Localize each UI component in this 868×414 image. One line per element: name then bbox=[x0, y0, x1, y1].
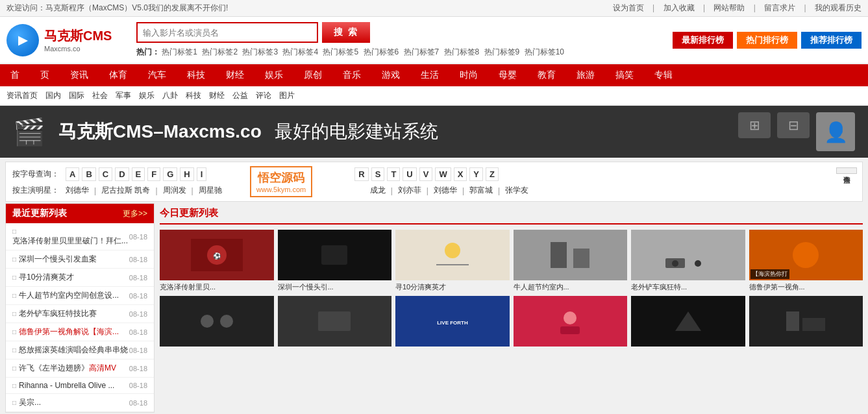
video-item-6[interactable]: 【海滨热你打 德鲁伊第一视角... bbox=[749, 230, 863, 292]
alpha-F[interactable]: F bbox=[147, 167, 160, 181]
video-item-9[interactable]: LIVE FORTH bbox=[395, 296, 510, 348]
list-item[interactable]: □吴宗... 08-18 bbox=[6, 394, 154, 412]
newest-rank-button[interactable]: 最新排行榜 bbox=[673, 32, 733, 49]
list-title[interactable]: 老外铲车疯狂特技比赛 bbox=[19, 309, 97, 318]
star-nicolas[interactable]: 尼古拉斯 凯奇 bbox=[101, 185, 150, 196]
hot-tag-10[interactable]: 热门标签10 bbox=[525, 47, 564, 56]
nav-tech[interactable]: 科技 bbox=[177, 64, 216, 86]
nav-travel[interactable]: 旅游 bbox=[566, 64, 605, 86]
nav-finance[interactable]: 财经 bbox=[216, 64, 254, 86]
hot-tag-9[interactable]: 热门标签9 bbox=[484, 47, 520, 56]
list-title[interactable]: 怒放摇滚英雄演唱会经典串串烧 bbox=[19, 345, 128, 354]
alpha-R[interactable]: R bbox=[354, 167, 368, 181]
hot-tag-7[interactable]: 热门标签7 bbox=[404, 47, 440, 56]
list-title[interactable]: 深圳一个慢头引发血案 bbox=[19, 254, 97, 263]
subnav-society[interactable]: 社会 bbox=[92, 90, 108, 101]
subnav-gossip[interactable]: 八卦 bbox=[162, 90, 178, 101]
star-zhouxingchi[interactable]: 周星驰 bbox=[199, 185, 222, 196]
nav-sports[interactable]: 体育 bbox=[99, 64, 138, 86]
hot-tag-4[interactable]: 热门标签4 bbox=[282, 47, 318, 56]
alpha-V[interactable]: V bbox=[419, 167, 433, 181]
feedback-link[interactable]: 留言求片 bbox=[764, 3, 795, 12]
alpha-S[interactable]: S bbox=[371, 167, 385, 181]
left-panel-more[interactable]: 更多>> bbox=[123, 208, 147, 219]
list-item[interactable]: □Rihanna - Umbrella Olive ... 08-18 bbox=[6, 378, 154, 394]
search-button[interactable]: 搜 索 bbox=[322, 22, 370, 43]
subnav-finance[interactable]: 财经 bbox=[209, 90, 225, 101]
video-item-12[interactable] bbox=[749, 296, 863, 348]
site-help-link[interactable]: 网站帮助 bbox=[713, 3, 745, 12]
alpha-I[interactable]: I bbox=[197, 167, 207, 181]
add-bookmark-link[interactable]: 加入收藏 bbox=[663, 3, 695, 12]
star-guofucheng[interactable]: 郭富城 bbox=[469, 185, 493, 196]
subnav-charity[interactable]: 公益 bbox=[232, 90, 248, 101]
hot-tag-3[interactable]: 热门标签3 bbox=[242, 47, 278, 56]
video-item-11[interactable] bbox=[631, 296, 745, 348]
video-item-5[interactable]: 老外铲车疯狂特... bbox=[631, 230, 745, 292]
nav-album[interactable]: 专辑 bbox=[644, 64, 683, 86]
nav-baby[interactable]: 母婴 bbox=[488, 64, 527, 86]
list-title[interactable]: 牛人超节约室内空间创意设... bbox=[19, 291, 119, 300]
list-title[interactable]: 克洛泽传射里贝里里破门！拜仁... bbox=[12, 236, 128, 245]
alpha-C[interactable]: C bbox=[99, 167, 112, 181]
nav-education[interactable]: 教育 bbox=[527, 64, 566, 86]
nav-home1[interactable]: 首 bbox=[0, 64, 30, 86]
star-zhourunfa[interactable]: 周润发 bbox=[163, 185, 186, 196]
list-title[interactable]: 吴宗... bbox=[19, 398, 41, 407]
list-item[interactable]: □德鲁伊第一视角解说【海滨... 08-18 bbox=[6, 323, 154, 341]
subnav-international[interactable]: 国际 bbox=[69, 90, 84, 101]
list-item[interactable]: □牛人超节约室内空间创意设... 08-18 bbox=[6, 287, 154, 305]
list-item[interactable]: □许飞《左半边翅膀》高清MV 08-18 bbox=[6, 359, 154, 378]
subnav-tech[interactable]: 科技 bbox=[186, 90, 201, 101]
alpha-H[interactable]: H bbox=[180, 167, 193, 181]
subnav-domestic[interactable]: 国内 bbox=[45, 90, 61, 101]
list-item[interactable]: □老外铲车疯狂特技比赛 08-18 bbox=[6, 305, 154, 323]
nav-funny[interactable]: 搞笑 bbox=[605, 64, 644, 86]
condition-search-btn[interactable]: 条件查询 bbox=[836, 167, 857, 174]
alpha-Y[interactable]: Y bbox=[469, 167, 483, 181]
nav-original[interactable]: 原创 bbox=[293, 64, 332, 86]
star-zhangjueyou[interactable]: 张学友 bbox=[505, 185, 528, 196]
hot-tag-5[interactable]: 热门标签5 bbox=[323, 47, 358, 56]
nav-games[interactable]: 游戏 bbox=[371, 64, 410, 86]
recommend-rank-button[interactable]: 推荐排行榜 bbox=[801, 32, 862, 49]
alpha-D[interactable]: D bbox=[115, 167, 129, 181]
alpha-E[interactable]: E bbox=[132, 167, 145, 181]
star-liudehua2[interactable]: 刘德华 bbox=[434, 185, 457, 196]
hot-rank-button[interactable]: 热门排行榜 bbox=[737, 32, 797, 49]
list-item[interactable]: □深圳一个慢头引发血案 08-18 bbox=[6, 250, 154, 269]
hot-tag-1[interactable]: 热门标签1 bbox=[162, 47, 197, 56]
video-item-2[interactable]: 深圳一个慢头引... bbox=[278, 230, 392, 292]
nav-fashion[interactable]: 时尚 bbox=[449, 64, 488, 86]
list-title[interactable]: 寻10分清爽英才 bbox=[19, 273, 74, 282]
alpha-B[interactable]: B bbox=[82, 167, 95, 181]
nav-music[interactable]: 音乐 bbox=[332, 64, 371, 86]
list-item[interactable]: □克洛泽传射里贝里里破门！拜仁... 08-18 bbox=[6, 223, 154, 250]
alpha-W[interactable]: W bbox=[435, 167, 451, 181]
subnav-comment[interactable]: 评论 bbox=[256, 90, 271, 101]
hot-tag-2[interactable]: 热门标签2 bbox=[202, 47, 238, 56]
alpha-X[interactable]: X bbox=[454, 167, 467, 181]
alpha-U[interactable]: U bbox=[403, 167, 416, 181]
list-title[interactable]: 德鲁伊第一视角解说【海滨... bbox=[19, 327, 119, 336]
video-item-3[interactable]: 寻10分清爽英才 bbox=[395, 230, 510, 292]
list-item[interactable]: □寻10分清爽英才 08-18 bbox=[6, 269, 154, 287]
subnav-news-home[interactable]: 资讯首页 bbox=[6, 90, 38, 101]
subnav-entertainment[interactable]: 娱乐 bbox=[139, 90, 155, 101]
list-title[interactable]: Rihanna - Umbrella Olive ... bbox=[19, 381, 114, 390]
subnav-military[interactable]: 军事 bbox=[116, 90, 131, 101]
nav-car[interactable]: 汽车 bbox=[138, 64, 177, 86]
set-homepage-link[interactable]: 设为首页 bbox=[613, 3, 644, 12]
video-item-10[interactable] bbox=[514, 296, 628, 348]
video-item-8[interactable] bbox=[278, 296, 392, 348]
star-liuyifei[interactable]: 刘亦菲 bbox=[398, 185, 421, 196]
list-title[interactable]: 许飞《左半边翅膀》高清MV bbox=[19, 363, 116, 372]
subnav-photo[interactable]: 图片 bbox=[279, 90, 295, 101]
search-input[interactable] bbox=[136, 22, 318, 43]
list-item[interactable]: □怒放摇滚英雄演唱会经典串串烧 08-18 bbox=[6, 341, 154, 359]
alpha-A[interactable]: A bbox=[66, 167, 79, 181]
video-item-7[interactable] bbox=[160, 296, 274, 348]
hot-tag-8[interactable]: 热门标签8 bbox=[444, 47, 480, 56]
star-liudehua[interactable]: 刘德华 bbox=[66, 185, 89, 196]
star-chenglong[interactable]: 成龙 bbox=[370, 185, 386, 196]
